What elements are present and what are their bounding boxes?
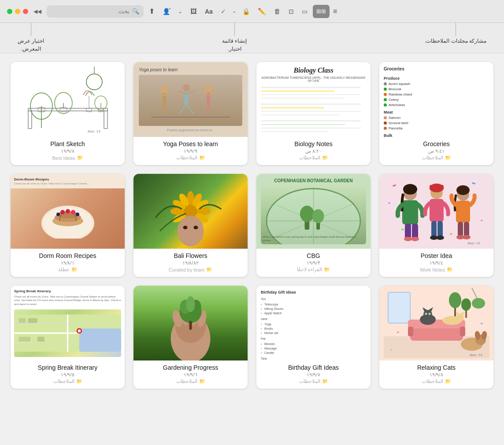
note-thumbnail-cats: Balu '19 bbox=[379, 286, 493, 360]
svg-line-22 bbox=[164, 106, 167, 116]
sidebar-toggle-button[interactable]: ▭ bbox=[299, 5, 310, 18]
note-info-yoga: Yoga Poses to learn ١٩/٩/٩ 📁 الملاحظات bbox=[133, 137, 248, 165]
gallery-tooltip: اختيار عرضالمعرض. bbox=[18, 23, 44, 53]
folder-icon-cbg: 📁 bbox=[324, 267, 330, 272]
gallery-icon-button[interactable]: 🖼 bbox=[188, 5, 200, 18]
svg-rect-112 bbox=[37, 337, 44, 342]
check-button[interactable]: ✓ bbox=[218, 5, 229, 18]
birthday-item-3: Apple Watch bbox=[261, 312, 366, 315]
note-thumbnail-spring: Spring Break Itinerary Check out all roo… bbox=[11, 286, 125, 360]
svg-point-69 bbox=[300, 206, 314, 222]
new-note-button[interactable]: ✏️ bbox=[255, 5, 269, 18]
view-options-button[interactable]: ⌄ bbox=[175, 5, 185, 18]
note-card-plant-sketch[interactable]: Balu '19 Plant Sketch ١٩/٩/٨ 📁 Best Idea… bbox=[11, 62, 125, 165]
note-date-poster: ١٩/٩/٤ bbox=[384, 260, 489, 266]
birthday-item-7: Blender bbox=[261, 342, 366, 346]
search-icon: 🔍 bbox=[132, 8, 139, 15]
grocery-produce-title: Produce bbox=[384, 76, 489, 81]
share-tooltip: مشاركة مجلدات الملاحظات. bbox=[425, 23, 486, 45]
note-thumbnail-birthday: Birthday Gift Ideas Tim Telescope Hiking… bbox=[256, 286, 371, 360]
cats-image: Balu '19 bbox=[379, 286, 493, 360]
note-card-yoga[interactable]: Yoga poses to learn bbox=[133, 62, 248, 165]
svg-rect-136 bbox=[460, 327, 465, 336]
spring-title-text: Spring Break Itinerary bbox=[14, 289, 121, 293]
bio-title: Biology Class bbox=[261, 66, 366, 74]
svg-point-44 bbox=[56, 213, 60, 216]
svg-point-92 bbox=[436, 235, 444, 240]
lock-caret-button[interactable]: ⌄ bbox=[230, 5, 239, 18]
note-title-cbg: CBG bbox=[261, 252, 366, 259]
svg-point-43 bbox=[71, 210, 75, 214]
lock-button[interactable]: 🔒 bbox=[240, 5, 252, 18]
svg-point-139 bbox=[425, 313, 427, 315]
note-card-cats[interactable]: Balu '19 Relaxing Cats ١٩/٩/٨ 📁 الملاحظا… bbox=[379, 286, 493, 389]
poster-people-svg: Balu '19 bbox=[384, 176, 489, 246]
yoga-header-text: Yoga poses to learn bbox=[139, 67, 242, 72]
note-card-spring[interactable]: Spring Break Itinerary Check out all roo… bbox=[11, 286, 125, 389]
svg-rect-12 bbox=[86, 108, 92, 112]
add-people-button[interactable]: 👤 + bbox=[160, 5, 173, 18]
svg-rect-97 bbox=[464, 222, 469, 237]
yoga-scene bbox=[139, 75, 242, 126]
note-folder-plant-sketch: 📁 Best Ideas bbox=[15, 155, 120, 161]
spring-map-image bbox=[14, 309, 121, 357]
note-folder-spring: 📁 الملاحظات bbox=[15, 379, 120, 384]
svg-rect-73 bbox=[471, 182, 475, 184]
note-info-plant-sketch: Plant Sketch ١٩/٩/٨ 📁 Best Ideas bbox=[11, 137, 125, 165]
cats-room-svg: Balu '19 bbox=[384, 288, 489, 358]
note-info-biology: Biology Notes ٨:٢٠ ص 📁 الملاحظات bbox=[256, 137, 371, 165]
grid-view-button[interactable]: ⊞⊞ bbox=[313, 5, 330, 18]
note-card-biology[interactable]: Biology Class AGROBACTERIUM TUMEFACIENS … bbox=[256, 62, 371, 165]
svg-rect-123 bbox=[189, 321, 192, 330]
search-input[interactable] bbox=[51, 8, 130, 15]
grocery-item-8: Pancetta bbox=[384, 126, 489, 130]
svg-point-41 bbox=[60, 210, 65, 214]
note-info-poster: Poster Idea ١٩/٩/٤ 📁 Work Notes bbox=[379, 249, 493, 277]
font-button[interactable]: Aa bbox=[202, 5, 215, 18]
svg-rect-77 bbox=[388, 202, 390, 204]
note-folder-dorm: 📁 عطلة bbox=[15, 267, 120, 272]
note-date-biology: ٨:٢٠ ص bbox=[261, 148, 366, 154]
dorm-image: Dorm-Room Recipes Check out all room by … bbox=[11, 174, 125, 249]
svg-point-71 bbox=[312, 209, 324, 223]
note-card-cbg[interactable]: Copenhagen Botanical Garden bbox=[256, 174, 371, 277]
minimize-button[interactable] bbox=[15, 9, 20, 14]
svg-rect-106 bbox=[79, 329, 121, 352]
maximize-button[interactable] bbox=[7, 9, 12, 14]
note-card-garden[interactable]: Gardening Progress ١٩/٩/٦ 📁 الملاحظات bbox=[133, 286, 248, 389]
note-title-groceries: Groceries bbox=[384, 140, 489, 147]
birthday-image: Birthday Gift Ideas Tim Telescope Hiking… bbox=[256, 286, 371, 360]
svg-point-80 bbox=[403, 184, 417, 195]
svg-rect-94 bbox=[456, 201, 470, 223]
share-button[interactable]: ⬆ bbox=[146, 5, 157, 18]
note-thumbnail-yoga: Yoga poses to learn bbox=[133, 62, 248, 137]
svg-text:Balu '19: Balu '19 bbox=[470, 353, 482, 357]
note-info-cats: Relaxing Cats ١٩/٩/٨ 📁 الملاحظات bbox=[379, 360, 493, 389]
note-card-dorm[interactable]: Dorm-Room Recipes Check out all room by … bbox=[11, 174, 125, 277]
birthday-item-9: Candle bbox=[261, 351, 366, 354]
spring-map-svg bbox=[14, 309, 121, 357]
search-container: 🔍 bbox=[47, 5, 144, 18]
note-thumbnail-plant-sketch: Balu '19 bbox=[11, 62, 125, 137]
window-controls bbox=[7, 9, 28, 14]
note-card-birthday[interactable]: Birthday Gift Ideas Tim Telescope Hiking… bbox=[256, 286, 371, 389]
birthday-person-2: Jane bbox=[261, 317, 366, 320]
bali-image bbox=[133, 174, 248, 249]
note-info-dorm: Dorm Room Recipes ١٩/٨/١ 📁 عطلة bbox=[11, 249, 125, 277]
note-card-bali[interactable]: Bali Flowers ١٩/٨/٨٢ 📁 Curated by team bbox=[133, 174, 248, 277]
note-folder-poster: 📁 Work Notes bbox=[384, 267, 489, 272]
dorm-header: Dorm-Room Recipes Check out all room by … bbox=[11, 174, 125, 188]
svg-point-7 bbox=[86, 74, 102, 90]
svg-rect-110 bbox=[28, 318, 37, 323]
svg-point-130 bbox=[461, 298, 471, 311]
close-button[interactable] bbox=[23, 9, 28, 14]
note-card-groceries[interactable]: Groceries Produce Acorn squash Broccoli … bbox=[379, 62, 493, 165]
delete-button[interactable]: 🗑 bbox=[271, 5, 283, 18]
list-view-button[interactable]: ≡ bbox=[330, 5, 340, 18]
folder-icon-yoga: 📁 bbox=[199, 155, 205, 161]
collapse-sidebar-button[interactable]: ◀◀ bbox=[31, 5, 44, 18]
grocery-item-3: Rainbow chard bbox=[384, 92, 489, 96]
birthday-item-2: Hiking Gloves bbox=[261, 307, 366, 310]
note-card-poster[interactable]: Balu '19 Poster Idea ١٩/٩/٤ 📁 Work Notes bbox=[379, 174, 493, 277]
attachments-button[interactable]: ⊡ bbox=[286, 5, 296, 18]
